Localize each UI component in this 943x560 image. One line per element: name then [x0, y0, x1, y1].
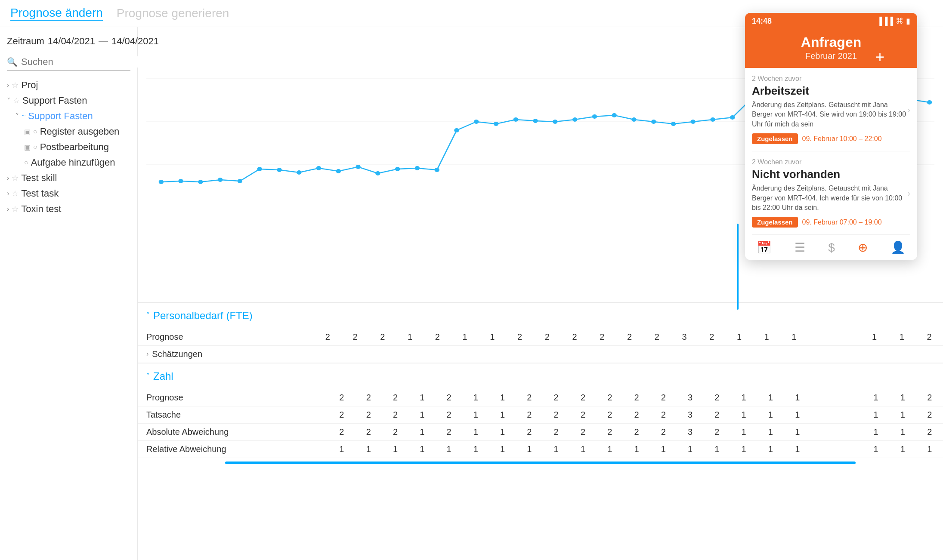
- svg-point-17: [434, 168, 439, 172]
- chevron-right-icon: ›: [907, 188, 910, 198]
- request-desc: Änderung des Zeitplans. Getauscht mit Ja…: [752, 100, 910, 129]
- row-label: Absolute Abweichung: [138, 423, 328, 440]
- request-time-range: 09. Februar 07:00 – 19:00: [802, 218, 882, 226]
- svg-point-6: [218, 178, 223, 182]
- svg-point-42: [927, 100, 932, 105]
- row-label: Tatsache: [138, 406, 328, 423]
- signal-icon: ▐▐▐: [877, 17, 893, 26]
- tree-item-label: Proj: [21, 80, 38, 91]
- request-item-2[interactable]: 2 Wochen zuvor Nicht vorhanden Änderung …: [752, 151, 910, 235]
- dollar-icon[interactable]: $: [828, 241, 835, 255]
- chevron-right-icon: ›: [146, 350, 148, 358]
- chevron-right-icon: ›: [7, 81, 9, 89]
- sidebar: Zeitraum 14/04/2021 — 14/04/2021 🔍 › ☆ P…: [0, 27, 138, 560]
- battery-icon: ▮: [906, 16, 910, 26]
- mobile-title: Anfragen: [752, 34, 910, 50]
- zeitraum-label: Zeitraum: [7, 36, 44, 47]
- request-item-1[interactable]: 2 Wochen zuvor Arbeitszeit Änderung des …: [752, 68, 910, 151]
- request-time-ago: 2 Wochen zuvor: [752, 75, 910, 83]
- person-icon[interactable]: 👤: [890, 240, 906, 255]
- tree-item-label: Register ausgeben: [40, 126, 120, 137]
- mobile-content: 2 Wochen zuvor Arbeitszeit Änderung des …: [745, 68, 917, 235]
- svg-point-25: [592, 114, 597, 119]
- svg-point-7: [238, 179, 242, 183]
- personalbedarf-header[interactable]: ˅ Personalbedarf (FTE): [138, 303, 943, 329]
- svg-point-28: [651, 120, 656, 124]
- mobile-plus-button[interactable]: +: [875, 48, 884, 66]
- svg-point-31: [710, 117, 715, 122]
- request-time-range: 09. Februar 10:00 – 22:00: [802, 135, 882, 143]
- mobile-subtitle: Februar 2021: [752, 51, 910, 61]
- svg-point-15: [395, 167, 400, 171]
- tree-item-label: Test skill: [21, 172, 57, 184]
- tree-item-post[interactable]: ▣ ○ Postbearbeitung: [7, 139, 130, 155]
- tree-item-support-fasten-link[interactable]: ˅ ~ Support Fasten: [7, 108, 130, 124]
- date-range: Zeitraum 14/04/2021 — 14/04/2021: [7, 36, 130, 47]
- mobile-overlay: 14:48 ▐▐▐ ⌘ ▮ Anfragen Februar 2021 + 2 …: [745, 13, 917, 260]
- tree-item-test-task[interactable]: › ☆ Test task: [7, 186, 130, 201]
- svg-point-32: [730, 115, 735, 120]
- mobile-header: Anfragen Februar 2021: [745, 29, 917, 68]
- tree-item-test-skill[interactable]: › ☆ Test skill: [7, 170, 130, 186]
- request-title: Arbeitszeit: [752, 84, 910, 98]
- status-badge: Zugelassen: [752, 133, 798, 144]
- chevron-down-icon: ˅: [7, 97, 10, 105]
- svg-point-14: [375, 171, 380, 175]
- svg-point-9: [277, 168, 281, 172]
- tree-item-register[interactable]: ▣ ○ Register ausgeben: [7, 124, 130, 139]
- table-row: Prognose 222 121 122 222 232 111 112: [138, 329, 943, 346]
- search-box[interactable]: 🔍: [7, 54, 130, 71]
- search-input[interactable]: [21, 56, 139, 68]
- svg-point-30: [691, 120, 696, 124]
- svg-point-13: [356, 165, 360, 169]
- status-icons: ▐▐▐ ⌘ ▮: [877, 16, 910, 26]
- request-title: Nicht vorhanden: [752, 168, 910, 181]
- date-from[interactable]: 14/04/2021: [48, 36, 95, 47]
- svg-point-19: [474, 120, 479, 124]
- personalbedarf-table: Prognose 222 121 122 222 232 111 112: [138, 329, 943, 363]
- mobile-status-bar: 14:48 ▐▐▐ ⌘ ▮: [745, 13, 917, 29]
- star-icon: ☆: [12, 189, 19, 198]
- row-label: Relative Abweichung: [138, 440, 328, 458]
- tree-item-label: Postbearbeitung: [40, 142, 109, 153]
- tree-item-label: Toxin test: [21, 203, 61, 215]
- tree-item-toxin-test[interactable]: › ☆ Toxin test: [7, 201, 130, 217]
- nav-prognose-aendern[interactable]: Prognose ändern: [10, 6, 103, 21]
- table-row: Absolute Abweichung 222 121 122 222 232 …: [138, 423, 943, 440]
- chevron-right-icon: ›: [907, 105, 910, 114]
- tree-item-aufgabe[interactable]: ○ Aufgabe hinzufügen: [7, 155, 130, 170]
- request-desc: Änderung des Zeitplans. Getauscht mit Ja…: [752, 184, 910, 212]
- zahl-header[interactable]: ˅ Zahl: [138, 363, 943, 389]
- list-icon[interactable]: ☰: [795, 240, 805, 255]
- svg-point-27: [631, 117, 636, 122]
- svg-point-20: [494, 122, 498, 126]
- svg-point-22: [533, 119, 538, 123]
- plus-circle-icon[interactable]: ⊕: [858, 240, 868, 255]
- tree-item-label: Test task: [21, 188, 59, 199]
- data-tables: ˅ Personalbedarf (FTE) Prognose 222 121 …: [138, 302, 943, 560]
- tree-item-support-fasten[interactable]: ˅ ☆ Support Fasten: [7, 93, 130, 108]
- star-icon: ☆: [12, 173, 19, 183]
- svg-point-29: [671, 122, 676, 126]
- circle-icon: ○: [33, 128, 37, 135]
- personalbedarf-section: ˅ Personalbedarf (FTE) Prognose 222 121 …: [138, 302, 943, 363]
- doc-icon: ▣: [24, 128, 31, 136]
- table-row: › Schätzungen: [138, 345, 943, 363]
- scroll-bar[interactable]: [225, 462, 856, 464]
- table-row: Prognose 222 121 122 222 232 111 112: [138, 389, 943, 406]
- svg-point-5: [198, 180, 203, 184]
- nav-prognose-generieren[interactable]: Prognose generieren: [117, 6, 229, 20]
- wifi-icon: ⌘: [896, 16, 903, 26]
- svg-point-8: [257, 167, 262, 171]
- star-icon: ☆: [13, 96, 20, 105]
- chevron-right-icon: ›: [7, 174, 9, 182]
- svg-point-3: [159, 180, 164, 184]
- tree-item-label: Support Fasten: [28, 111, 93, 122]
- star-icon: ☆: [12, 80, 19, 90]
- request-time-ago: 2 Wochen zuvor: [752, 158, 910, 166]
- calendar-icon[interactable]: 📅: [757, 240, 772, 255]
- scroll-indicator: [737, 224, 739, 310]
- tree-item-proj[interactable]: › ☆ Proj: [7, 77, 130, 93]
- request-footer: Zugelassen 09. Februar 07:00 – 19:00: [752, 217, 910, 228]
- row-label: › Schätzungen: [138, 345, 314, 363]
